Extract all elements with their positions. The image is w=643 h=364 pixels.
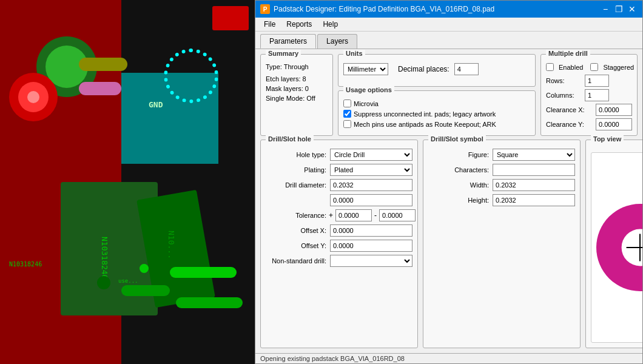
pad-preview-svg [591, 199, 642, 296]
app-icon: P [260, 4, 270, 14]
clearance-y-label: Clearance Y: [546, 121, 593, 128]
microvia-checkbox[interactable] [343, 99, 351, 107]
dialog-window: P Padstack Designer: Editing Pad Definit… [255, 0, 643, 364]
top-view-label: Top view [591, 135, 624, 143]
staggered-label: Staggered [603, 64, 634, 71]
characters-input[interactable] [493, 164, 575, 176]
type-label: Type: [266, 63, 282, 70]
menu-help[interactable]: Help [318, 19, 343, 30]
enabled-checkbox[interactable] [546, 63, 554, 71]
non-standard-label: Non-standard drill: [266, 257, 326, 265]
units-label: Units [343, 50, 365, 57]
height-input[interactable] [493, 194, 575, 206]
etch-value: 8 [303, 75, 306, 83]
decimal-places-label: Decimal places: [398, 65, 449, 73]
tab-layers[interactable]: Layers [317, 34, 357, 49]
offset-y-label: Offset Y: [266, 242, 326, 249]
mech-label: Mech pins use antipads as Route Keepout;… [354, 121, 496, 128]
menu-bar: File Reports Help [255, 18, 642, 32]
menu-reports[interactable]: Reports [281, 19, 317, 30]
content-area: Summary Type: Through Etch layers: 8 Mas… [255, 49, 642, 353]
mask-label: Mask layers: [266, 85, 303, 92]
tolerance-neg-input[interactable] [379, 209, 416, 221]
width-label: Width: [428, 181, 489, 189]
hole-type-label: Hole type: [266, 151, 326, 158]
second-diameter-input[interactable] [330, 194, 412, 206]
characters-label: Characters: [428, 166, 489, 174]
drill-slot-hole-group: Drill/Slot hole Hole type: Circle DrillS… [260, 140, 418, 348]
menu-file[interactable]: File [259, 19, 280, 30]
etch-label: Etch layers: [266, 75, 300, 83]
columns-label: Columns: [546, 92, 582, 99]
suppress-label: Suppress unconnected int. pads; legacy a… [354, 110, 496, 118]
clearance-x-label: Clearance X: [546, 106, 593, 113]
mask-value: 0 [305, 85, 309, 92]
summary-group: Summary Type: Through Etch layers: 8 Mas… [260, 54, 333, 136]
single-mode-label: Single Mode: [266, 95, 305, 102]
suppress-checkbox[interactable] [343, 110, 351, 118]
plating-select[interactable]: PlatedNon-Plated [330, 164, 412, 176]
plus-sign: + [329, 211, 333, 220]
mech-checkbox[interactable] [343, 120, 351, 128]
usage-options-group: Usage options Microvia Suppress unconnec… [338, 90, 536, 136]
unit-select[interactable]: MillimeterInchMils [343, 63, 388, 75]
hole-type-select[interactable]: Circle DrillSquare DrillOblong Drill [330, 149, 412, 161]
minimize-button[interactable]: − [600, 4, 611, 15]
clearance-x-input[interactable] [596, 104, 632, 116]
tabs-bar: Parameters Layers [255, 32, 642, 49]
offset-y-input[interactable] [330, 240, 412, 252]
restore-button[interactable]: ❐ [613, 4, 624, 15]
enabled-label: Enabled [559, 64, 583, 71]
drill-slot-hole-label: Drill/Slot hole [266, 135, 314, 143]
rows-label: Rows: [546, 77, 582, 84]
plating-label: Plating: [266, 166, 326, 174]
figure-label: Figure: [428, 151, 489, 158]
columns-input[interactable] [585, 89, 609, 101]
tolerance-label: Tolerance: [266, 212, 326, 219]
title-bar: P Padstack Designer: Editing Pad Definit… [255, 1, 642, 18]
tab-parameters[interactable]: Parameters [260, 34, 316, 49]
status-message: Opening existing padstack BGA_VIA_016RD_… [260, 355, 405, 362]
width-input[interactable] [493, 179, 575, 191]
type-value: Through [284, 63, 309, 70]
decimal-places-input[interactable] [454, 63, 479, 75]
offset-x-label: Offset X: [266, 227, 326, 234]
clearance-y-input[interactable] [596, 118, 632, 130]
drill-slot-symbol-group: Drill/Slot symbol Figure: SquareCircleTr… [423, 140, 581, 348]
multiple-drill-group: Multiple drill Enabled Staggered Rows: C… [540, 54, 638, 136]
height-label: Height: [428, 197, 489, 204]
status-bar: Opening existing padstack BGA_VIA_016RD_… [255, 353, 642, 363]
close-button[interactable]: ✕ [627, 4, 638, 15]
tolerance-pos-input[interactable] [335, 209, 372, 221]
usage-options-label: Usage options [343, 86, 394, 93]
figure-select[interactable]: SquareCircleTriangleX [493, 149, 575, 161]
summary-label: Summary [266, 50, 301, 57]
drill-slot-symbol-label: Drill/Slot symbol [428, 135, 486, 143]
offset-x-input[interactable] [330, 224, 412, 237]
microvia-label: Microvia [354, 100, 379, 107]
pcb-background: GND N10318246 N10318246 N10... use... [0, 0, 255, 364]
single-mode-value: Off [306, 95, 315, 102]
top-view-group: Top view [585, 140, 642, 348]
drill-diameter-input[interactable] [330, 179, 412, 191]
drill-diameter-label: Drill diameter: [266, 181, 326, 189]
units-group: Units MillimeterInchMils Decimal places: [338, 54, 536, 87]
minus-sign: - [374, 211, 377, 220]
multiple-drill-label: Multiple drill [546, 50, 590, 57]
staggered-checkbox[interactable] [590, 63, 598, 71]
dialog-title: Padstack Designer: Editing Pad Definitio… [274, 5, 494, 13]
top-view-canvas [591, 152, 642, 343]
rows-input[interactable] [585, 75, 609, 87]
non-standard-select[interactable] [330, 255, 412, 267]
